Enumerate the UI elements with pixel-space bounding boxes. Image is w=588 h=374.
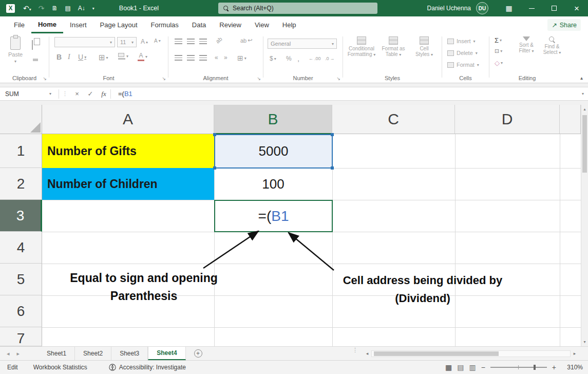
- decrease-decimal-button[interactable]: .0→: [325, 56, 335, 61]
- borders-button[interactable]: ⊞▾: [99, 53, 108, 62]
- scroll-down-icon[interactable]: ▾: [581, 340, 588, 344]
- avatar[interactable]: DU: [476, 2, 488, 14]
- copy-button[interactable]: [32, 41, 33, 50]
- row-header-6[interactable]: 6: [0, 295, 42, 327]
- orientation-button[interactable]: ab: [215, 35, 223, 44]
- close-button[interactable]: ×: [565, 0, 588, 16]
- sheet-tab-sheet3[interactable]: Sheet3: [111, 347, 148, 360]
- row-header-5[interactable]: 5: [0, 264, 42, 295]
- font-dialog-launcher[interactable]: ↘: [162, 76, 166, 81]
- tab-help[interactable]: Help: [276, 16, 303, 33]
- redo-icon[interactable]: ↷: [39, 4, 45, 12]
- insert-cells-button[interactable]: Insert▾: [447, 38, 476, 44]
- align-left-icon[interactable]: [175, 55, 182, 61]
- formula-input[interactable]: =(B1: [118, 90, 132, 98]
- vertical-scrollbar[interactable]: ▴ ▾: [581, 105, 588, 346]
- user-name[interactable]: Daniel Uchenna: [427, 5, 471, 12]
- cell-styles-button[interactable]: CellStyles ▾: [409, 36, 440, 58]
- column-header-b[interactable]: B: [214, 105, 332, 134]
- column-header-partial[interactable]: [560, 105, 581, 134]
- open-icon[interactable]: ▤: [65, 5, 70, 12]
- zoom-slider-thumb[interactable]: [534, 365, 536, 370]
- decrease-indent-icon[interactable]: «: [215, 54, 218, 61]
- sort-filter-button[interactable]: Sort &Filter ▾: [514, 36, 539, 54]
- conditional-formatting-button[interactable]: ConditionalFormatting ▾: [346, 36, 377, 58]
- tab-data[interactable]: Data: [185, 16, 213, 33]
- formula-bar-grip[interactable]: ⋮: [59, 90, 70, 97]
- tab-review[interactable]: Review: [213, 16, 248, 33]
- zoom-level[interactable]: 310%: [561, 364, 583, 371]
- fill-color-button[interactable]: ▾: [118, 53, 128, 60]
- cell-a2[interactable]: Number of Children: [42, 168, 214, 200]
- merge-center-button[interactable]: ⊞▾: [237, 54, 246, 62]
- row-header-4[interactable]: 4: [0, 232, 42, 264]
- scroll-left-icon[interactable]: ◂: [363, 351, 371, 356]
- expand-formula-bar-icon[interactable]: ▾: [582, 91, 584, 96]
- sheet-nav-next-icon[interactable]: ▸: [13, 347, 24, 360]
- font-size-combo[interactable]: 11▾: [117, 37, 137, 47]
- maximize-button[interactable]: [543, 0, 565, 16]
- format-painter-button[interactable]: [32, 54, 34, 63]
- horizontal-scrollbar-thumb[interactable]: [374, 351, 499, 356]
- cell-b2[interactable]: 100: [214, 168, 332, 200]
- search-input[interactable]: Search (Alt+Q): [218, 3, 377, 14]
- italic-button[interactable]: I: [68, 53, 70, 61]
- accessibility-checker[interactable]: Accessibility: Investigate: [109, 364, 186, 371]
- currency-button[interactable]: $▾: [270, 55, 276, 62]
- tab-formulas[interactable]: Formulas: [144, 16, 185, 33]
- column-header-d[interactable]: D: [455, 105, 560, 134]
- selection-handle[interactable]: [213, 133, 216, 136]
- font-color-button[interactable]: A ▾: [138, 52, 147, 61]
- delete-cells-button[interactable]: Delete▾: [447, 50, 478, 56]
- align-middle-icon[interactable]: [187, 39, 195, 44]
- column-header-c[interactable]: C: [332, 105, 455, 134]
- new-document-icon[interactable]: 🗎: [51, 5, 58, 12]
- tab-page-layout[interactable]: Page Layout: [93, 16, 144, 33]
- minimize-button[interactable]: [520, 0, 543, 16]
- row-header-7[interactable]: 7: [0, 327, 42, 346]
- page-layout-view-icon[interactable]: ▤: [457, 363, 464, 371]
- name-box-chevron-icon[interactable]: ▾: [49, 91, 59, 96]
- autosum-button[interactable]: Σ▾: [495, 36, 502, 44]
- font-name-combo[interactable]: ▾: [54, 37, 115, 47]
- customize-qat-icon[interactable]: ▾: [92, 6, 94, 11]
- clear-button[interactable]: ◇▾: [495, 59, 503, 67]
- row-header-2[interactable]: 2: [0, 168, 42, 200]
- shrink-font-button[interactable]: A▾: [154, 38, 161, 44]
- align-right-icon[interactable]: [199, 55, 207, 61]
- tab-splitter-grip[interactable]: ⋮: [352, 347, 358, 353]
- insert-function-button[interactable]: fx: [97, 90, 110, 98]
- zoom-out-button[interactable]: −: [481, 363, 485, 371]
- row-header-3[interactable]: 3: [0, 200, 42, 232]
- select-all-corner[interactable]: [0, 105, 42, 134]
- undo-icon[interactable]: ↶▾: [23, 4, 31, 12]
- wrap-text-button[interactable]: ab↩: [240, 37, 252, 44]
- fill-button[interactable]: ⊡▾: [495, 48, 502, 54]
- increase-indent-icon[interactable]: »: [224, 54, 227, 61]
- format-as-table-button[interactable]: Format asTable ▾: [378, 36, 409, 58]
- sheet-nav-prev-icon[interactable]: ◂: [3, 347, 13, 360]
- confirm-entry-button[interactable]: ✓: [84, 90, 97, 98]
- align-bottom-icon[interactable]: [199, 39, 207, 44]
- comma-style-button[interactable]: ,: [297, 54, 299, 63]
- selection-handle[interactable]: [331, 133, 334, 136]
- sort-az-icon[interactable]: A↓: [78, 5, 85, 12]
- row-header-1[interactable]: 1: [0, 134, 42, 168]
- column-header-a[interactable]: A: [42, 105, 214, 134]
- share-button[interactable]: ↗ Share: [547, 19, 581, 31]
- collapse-ribbon-icon[interactable]: ▴: [580, 75, 583, 81]
- zoom-slider[interactable]: [490, 367, 547, 368]
- bold-button[interactable]: B: [56, 53, 62, 61]
- tab-view[interactable]: View: [248, 16, 276, 33]
- ribbon-display-options-icon[interactable]: ▦: [498, 0, 520, 16]
- align-center-icon[interactable]: [187, 55, 195, 61]
- cancel-entry-button[interactable]: ×: [70, 90, 84, 98]
- tab-home[interactable]: Home: [31, 16, 63, 33]
- workbook-statistics[interactable]: Workbook Statistics: [33, 364, 87, 371]
- zoom-in-button[interactable]: +: [552, 363, 556, 371]
- number-dialog-launcher[interactable]: ↘: [336, 76, 340, 81]
- scroll-up-icon[interactable]: ▴: [581, 107, 588, 111]
- page-break-view-icon[interactable]: ▥: [469, 363, 476, 371]
- new-sheet-button[interactable]: +: [194, 349, 202, 358]
- scroll-right-icon[interactable]: ▸: [571, 351, 579, 356]
